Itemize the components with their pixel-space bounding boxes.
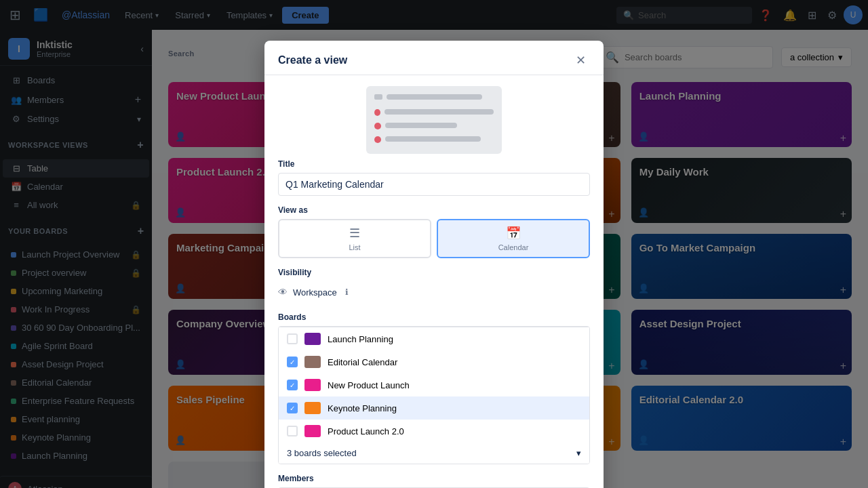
preview-row1 (374, 94, 494, 104)
preview-mockup (366, 86, 502, 154)
board-checkbox-new-product-launch[interactable]: ✓ (287, 380, 298, 390)
board-option-new-product-launch[interactable]: ✓ New Product Launch (279, 373, 589, 396)
view-as-options: ☰ List 📅 Calendar (278, 219, 590, 258)
title-label: Title (278, 159, 590, 169)
title-input[interactable] (278, 173, 590, 196)
modal-header: Create a view ✕ (264, 41, 604, 75)
preview-row3 (374, 123, 494, 132)
preview-row4 (374, 136, 494, 146)
board-thumb-new-product-launch (304, 379, 321, 391)
preview-dot3 (374, 136, 381, 143)
modal-close-button[interactable]: ✕ (572, 52, 590, 69)
list-view-icon: ☰ (349, 226, 360, 241)
preview-dot2 (374, 123, 381, 129)
preview-line (387, 94, 482, 100)
members-label: Members (278, 474, 590, 483)
board-checkbox-product-launch-20[interactable] (287, 426, 298, 436)
board-thumb-keynote-planning (304, 402, 321, 414)
boards-dropdown-summary[interactable]: 3 boards selected ▾ (279, 443, 589, 464)
modal-overlay[interactable]: Create a view ✕ (0, 0, 868, 488)
boards-selector: Launch Planning ✓ Editorial Calendar ✓ N… (278, 326, 590, 464)
view-as-label: View as (278, 205, 590, 215)
preview-dot1 (374, 109, 380, 116)
board-checkbox-keynote-planning[interactable]: ✓ (287, 403, 298, 413)
board-thumb-launch-planning (304, 333, 321, 345)
board-option-editorial-calendar[interactable]: ✓ Editorial Calendar (279, 350, 589, 373)
preview-line3 (385, 123, 457, 128)
boards-options-list: Launch Planning ✓ Editorial Calendar ✓ N… (279, 327, 589, 443)
title-group: Title (278, 159, 590, 196)
preview-line4 (385, 136, 481, 142)
calendar-view-icon: 📅 (506, 226, 521, 241)
boards-chevron-icon: ▾ (576, 448, 581, 458)
preview-line2 (384, 109, 494, 115)
modal-body: Title View as ☰ List 📅 Calendar Vi (264, 159, 604, 488)
board-option-launch-planning[interactable]: Launch Planning (279, 327, 589, 350)
view-as-group: View as ☰ List 📅 Calendar (278, 205, 590, 258)
boards-label: Boards (278, 312, 590, 322)
visibility-row: 👁 Workspace ℹ (278, 281, 590, 303)
board-checkbox-editorial-calendar[interactable]: ✓ (287, 357, 298, 367)
modal-title: Create a view (278, 54, 347, 66)
board-checkbox-launch-planning[interactable] (287, 333, 298, 344)
visibility-group: Visibility 👁 Workspace ℹ (278, 268, 590, 303)
board-thumb-editorial-calendar (304, 356, 321, 368)
visibility-label: Visibility (278, 268, 590, 277)
board-option-product-launch-20[interactable]: Product Launch 2.0 (279, 420, 589, 443)
members-group: Members 👤 No members 👤 Cards assigned to… (278, 474, 590, 488)
eye-icon: 👁 (278, 287, 288, 298)
view-option-calendar[interactable]: 📅 Calendar (437, 219, 590, 258)
preview-row2 (374, 109, 494, 119)
board-thumb-product-launch-20 (304, 425, 321, 437)
create-view-modal: Create a view ✕ (264, 41, 604, 488)
view-option-list[interactable]: ☰ List (278, 219, 431, 258)
boards-group: Boards Launch Planning ✓ Editorial Calen… (278, 312, 590, 464)
visibility-info-icon: ℹ (345, 287, 349, 297)
preview-cell (374, 94, 382, 100)
preview-image (366, 86, 502, 154)
modal-preview (264, 75, 604, 159)
board-option-keynote-planning[interactable]: ✓ Keynote Planning (279, 396, 589, 420)
